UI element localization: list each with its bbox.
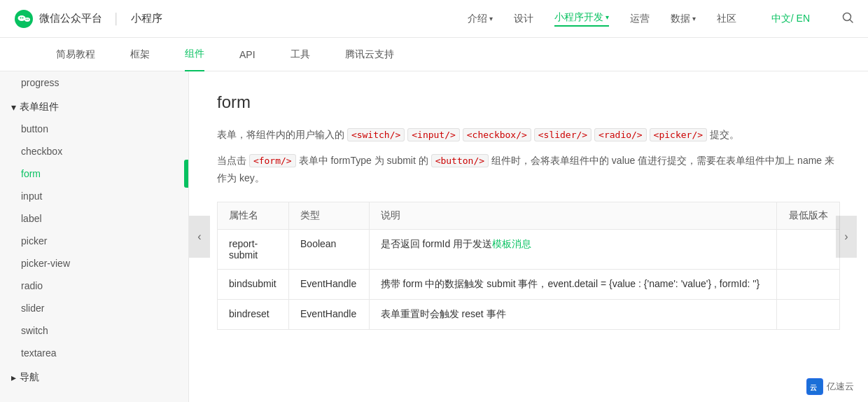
sidebar-item-progress[interactable]: progress <box>0 71 188 94</box>
main-layout: progress ▾ 表单组件 button checkbox form inp… <box>0 71 868 402</box>
code-slider: <slider/> <box>534 128 592 141</box>
attr-version-report-submit <box>776 229 839 269</box>
attr-name-bindreset: bindreset <box>218 299 289 329</box>
col-attr-name: 属性名 <box>218 202 289 229</box>
code-button: <button/> <box>431 154 489 167</box>
col-type: 类型 <box>289 202 370 229</box>
second-navigation: 简易教程 框架 组件 API 工具 腾讯云支持 <box>0 38 868 71</box>
mini-program-label: 小程序 <box>131 12 162 25</box>
sidebar-item-textarea[interactable]: textarea <box>0 342 188 364</box>
content-area: form 表单，将组件内的用户输入的 <switch/> <input/> <c… <box>189 71 868 402</box>
code-picker: <picker/> <box>650 128 707 141</box>
sidebar-group-form-components[interactable]: ▾ 表单组件 <box>0 94 188 118</box>
active-indicator <box>184 160 188 188</box>
desc-paragraph-1: 表单，将组件内的用户输入的 <switch/> <input/> <checkb… <box>217 126 840 144</box>
col-desc: 说明 <box>369 202 776 229</box>
svg-point-4 <box>22 17 24 18</box>
svg-text:云: 云 <box>810 384 817 391</box>
attr-version-bindsubmit <box>776 269 839 299</box>
svg-point-1 <box>18 15 26 21</box>
chevron-right-icon: › <box>844 230 848 243</box>
attr-type-eventhandle-reset: EventHandle <box>289 299 370 329</box>
sidebar-item-switch[interactable]: switch <box>0 319 188 342</box>
attr-name-bindsubmit: bindsubmit <box>218 269 289 299</box>
table-row: bindsubmit EventHandle 携带 form 中的数据触发 su… <box>218 269 840 299</box>
nav-divider: │ <box>113 13 120 25</box>
attr-version-bindreset <box>776 299 839 329</box>
sidebar-item-slider[interactable]: slider <box>0 297 188 319</box>
nav-intro[interactable]: 介绍 ▾ <box>468 13 493 25</box>
lang-switch[interactable]: 中文/ EN <box>771 13 810 25</box>
top-nav-links: 介绍 ▾ 设计 小程序开发 ▾ 运营 数据 ▾ 社区 中文/ EN <box>468 11 854 27</box>
tab-framework[interactable]: 框架 <box>130 38 150 71</box>
nav-data[interactable]: 数据 ▾ <box>671 13 696 25</box>
nav-community[interactable]: 社区 <box>717 13 736 25</box>
search-icon[interactable] <box>841 11 854 26</box>
attr-desc-report-submit: 是否返回 formId 用于发送模板消息 <box>369 229 776 269</box>
tab-tencent-cloud[interactable]: 腾讯云支持 <box>345 38 394 71</box>
yisu-cloud-badge: 云 亿速云 <box>806 378 854 395</box>
nav-prev-button[interactable]: ‹ <box>189 216 210 258</box>
code-form: <form/> <box>249 154 296 167</box>
col-version: 最低版本 <box>776 202 839 229</box>
nav-next-button[interactable]: › <box>836 216 857 258</box>
group-label: 表单组件 <box>20 101 59 113</box>
attr-type-boolean: Boolean <box>289 229 370 269</box>
chevron-left-icon: ‹ <box>197 230 201 243</box>
desc-paragraph-2: 当点击 <form/> 表单中 formType 为 submit 的 <but… <box>217 152 840 187</box>
attr-name-report-submit: report-submit <box>218 229 289 269</box>
sidebar-item-picker[interactable]: picker <box>0 230 188 252</box>
code-switch: <switch/> <box>347 128 405 141</box>
svg-point-5 <box>26 18 27 20</box>
page-title: form <box>217 92 840 112</box>
yisu-logo: 云 <box>806 378 823 395</box>
tab-tutorial[interactable]: 简易教程 <box>56 38 95 71</box>
sidebar-item-input[interactable]: input <box>0 185 188 207</box>
attribute-table: 属性名 类型 说明 最低版本 report-submit Boolean 是否返… <box>217 202 840 330</box>
nav-develop[interactable]: 小程序开发 ▾ <box>554 11 609 27</box>
tab-components[interactable]: 组件 <box>185 38 204 71</box>
nav-operate[interactable]: 运营 <box>630 13 650 25</box>
svg-point-2 <box>24 18 30 22</box>
tab-tools[interactable]: 工具 <box>290 38 310 71</box>
chevron-down-icon: ▾ <box>11 102 16 113</box>
nav-design[interactable]: 设计 <box>514 13 533 25</box>
sidebar-item-button[interactable]: button <box>0 118 188 140</box>
svg-point-6 <box>27 18 29 20</box>
sidebar-item-form[interactable]: form <box>0 162 188 185</box>
code-checkbox: <checkbox/> <box>463 128 531 141</box>
table-row: report-submit Boolean 是否返回 formId 用于发送模板… <box>218 229 840 269</box>
top-navigation: 微信公众平台 │ 小程序 介绍 ▾ 设计 小程序开发 ▾ 运营 数据 ▾ 社区 … <box>0 0 868 38</box>
sidebar-item-radio[interactable]: radio <box>0 275 188 297</box>
template-msg-link[interactable]: 模板消息 <box>492 238 531 249</box>
table-row: bindreset EventHandle 表单重置时会触发 reset 事件 <box>218 299 840 329</box>
code-radio: <radio/> <box>594 128 647 141</box>
svg-point-3 <box>20 17 22 18</box>
sidebar-item-picker-view[interactable]: picker-view <box>0 252 188 275</box>
attr-desc-bindsubmit: 携带 form 中的数据触发 submit 事件，event.detail = … <box>369 269 776 299</box>
svg-line-8 <box>850 20 853 22</box>
sidebar-group-nav[interactable]: ▸ 导航 <box>0 364 188 388</box>
platform-name: 微信公众平台 <box>39 12 102 25</box>
group-nav-label: 导航 <box>20 371 39 384</box>
attr-type-eventhandle-submit: EventHandle <box>289 269 370 299</box>
yisu-label: 亿速云 <box>827 380 854 393</box>
sidebar-item-label[interactable]: label <box>0 207 188 230</box>
sidebar-item-checkbox[interactable]: checkbox <box>0 140 188 162</box>
tab-api[interactable]: API <box>239 38 255 71</box>
logo-area: 微信公众平台 │ 小程序 <box>14 9 162 29</box>
chevron-right-icon: ▸ <box>11 372 16 383</box>
code-input: <input/> <box>407 128 460 141</box>
attr-desc-bindreset: 表单重置时会触发 reset 事件 <box>369 299 776 329</box>
sidebar: progress ▾ 表单组件 button checkbox form inp… <box>0 71 189 402</box>
wechat-icon <box>14 9 34 29</box>
